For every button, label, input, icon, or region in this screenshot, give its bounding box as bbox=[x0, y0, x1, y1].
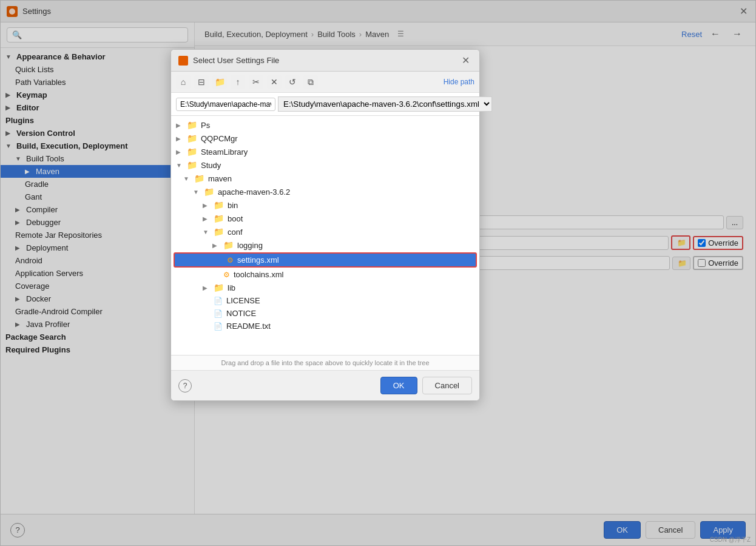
file-tree-item-license[interactable]: 📄 LICENSE bbox=[171, 294, 479, 307]
file-tree-item-conf[interactable]: ▼ 📁 conf bbox=[171, 225, 479, 238]
dialog-title-bar: Select User Settings File ✕ bbox=[171, 50, 479, 72]
folder-icon: 📁 bbox=[214, 214, 224, 223]
file-tree-item-label: SteamLibrary bbox=[201, 147, 248, 157]
file-tree-item-notice[interactable]: 📄 NOTICE bbox=[171, 307, 479, 320]
delete-button[interactable]: ✕ bbox=[267, 75, 282, 89]
tree-arrow: ▶ bbox=[203, 215, 210, 222]
file-icon: 📄 bbox=[214, 309, 223, 318]
file-tree-item-lib[interactable]: ▶ 📁 lib bbox=[171, 281, 479, 294]
folder-icon: 📁 bbox=[223, 240, 234, 250]
path-dropdown[interactable]: E:\Study\maven\apache-maven-3.6.2\conf\s… bbox=[278, 96, 492, 112]
xml-file-icon: ⚙ bbox=[227, 256, 234, 265]
file-tree-item-label: logging bbox=[237, 241, 263, 250]
tree-arrow: ▶ bbox=[176, 135, 183, 142]
parent-folder-button[interactable]: ↑ bbox=[231, 75, 245, 89]
folder-icon: 📁 bbox=[187, 120, 197, 130]
file-tree-item-label: NOTICE bbox=[226, 309, 256, 318]
folder-icon: 📁 bbox=[204, 187, 214, 197]
file-icon: 📄 bbox=[214, 322, 223, 331]
folder-icon: 📁 bbox=[194, 174, 204, 183]
file-tree-item-maven[interactable]: ▼ 📁 maven bbox=[171, 172, 479, 185]
tree-arrow: ▼ bbox=[183, 175, 191, 182]
refresh-button[interactable]: ↺ bbox=[285, 75, 300, 89]
file-tree-item-label: bin bbox=[228, 201, 238, 210]
xml-file-icon: ⚙ bbox=[223, 271, 230, 279]
home-button[interactable]: ⌂ bbox=[176, 75, 191, 89]
path-bar: E:\Study\maven\apache-maven-3.6.2\conf\s… bbox=[171, 93, 479, 116]
file-tree-item-logging[interactable]: ▶ 📁 logging bbox=[171, 238, 479, 252]
select-file-dialog: Select User Settings File ✕ ⌂ ⊟ 📁 ↑ ✂ ✕ … bbox=[170, 49, 480, 401]
dialog-toolbar: ⌂ ⊟ 📁 ↑ ✂ ✕ ↺ ⧉ Hide path bbox=[171, 72, 479, 93]
file-tree-item-label: maven bbox=[208, 174, 232, 183]
folder-icon: 📁 bbox=[214, 283, 224, 292]
file-tree: ▶ 📁 Ps ▶ 📁 QQPCMgr ▶ 📁 SteamLibrary ▼ 📁 bbox=[171, 116, 479, 355]
folder-icon: 📁 bbox=[187, 133, 197, 143]
desktop-button[interactable]: ⊟ bbox=[194, 75, 209, 89]
path-input[interactable] bbox=[176, 98, 275, 111]
file-icon: 📄 bbox=[214, 297, 223, 305]
dialog-bottom: ? OK Cancel bbox=[171, 370, 479, 400]
tree-arrow: ▼ bbox=[193, 189, 200, 195]
file-tree-item-label: toolchains.xml bbox=[234, 270, 283, 279]
file-tree-item-apache-maven[interactable]: ▼ 📁 apache-maven-3.6.2 bbox=[171, 185, 479, 198]
file-tree-item-settings-xml[interactable]: ⚙ settings.xml bbox=[174, 252, 477, 268]
file-tree-item-label: boot bbox=[228, 214, 243, 223]
tree-arrow: ▶ bbox=[176, 149, 183, 155]
tree-arrow: ▶ bbox=[203, 202, 210, 209]
settings-window: Settings ✕ ▼ Appearance & Behavior Quick… bbox=[0, 0, 756, 546]
file-tree-item-label: README.txt bbox=[226, 322, 271, 331]
dialog-icon bbox=[178, 56, 188, 66]
cut-button[interactable]: ✂ bbox=[249, 75, 263, 89]
file-tree-item-label: apache-maven-3.6.2 bbox=[218, 187, 290, 197]
tree-arrow: ▶ bbox=[212, 242, 220, 249]
folder-icon: 📁 bbox=[214, 200, 224, 210]
tree-arrow: ▼ bbox=[176, 162, 183, 169]
file-tree-item-boot[interactable]: ▶ 📁 boot bbox=[171, 212, 479, 225]
folder-icon: 📁 bbox=[214, 227, 224, 237]
file-tree-item-study[interactable]: ▼ 📁 Study bbox=[171, 158, 479, 172]
file-tree-item-label: QQPCMgr bbox=[201, 134, 238, 143]
tree-arrow: ▼ bbox=[203, 229, 210, 235]
dialog-close-button[interactable]: ✕ bbox=[459, 55, 472, 66]
file-tree-item-label: Study bbox=[201, 161, 221, 170]
dialog-overlay: Select User Settings File ✕ ⌂ ⊟ 📁 ↑ ✂ ✕ … bbox=[1, 1, 755, 545]
new-folder-button[interactable]: 📁 bbox=[212, 75, 227, 89]
dialog-title: Select User Settings File bbox=[193, 56, 459, 65]
file-tree-item-label: LICENSE bbox=[226, 296, 260, 305]
hide-path-button[interactable]: Hide path bbox=[444, 78, 474, 86]
copy-button[interactable]: ⧉ bbox=[303, 75, 318, 89]
dialog-cancel-button[interactable]: Cancel bbox=[422, 377, 472, 394]
folder-icon: 📁 bbox=[187, 147, 197, 157]
file-tree-item-label: Ps bbox=[201, 121, 210, 130]
drag-drop-hint: Drag and drop a file into the space abov… bbox=[171, 355, 479, 370]
file-tree-item-label: settings.xml bbox=[237, 255, 279, 265]
tree-arrow: ▶ bbox=[176, 122, 183, 129]
file-tree-item-bin[interactable]: ▶ 📁 bin bbox=[171, 198, 479, 212]
dialog-help-button[interactable]: ? bbox=[178, 379, 192, 393]
folder-icon: 📁 bbox=[187, 160, 197, 170]
file-tree-item-qqpcmgr[interactable]: ▶ 📁 QQPCMgr bbox=[171, 132, 479, 145]
file-tree-item-steamlibrary[interactable]: ▶ 📁 SteamLibrary bbox=[171, 145, 479, 158]
tree-arrow: ▶ bbox=[203, 285, 210, 291]
file-tree-item-toolchains[interactable]: ⚙ toolchains.xml bbox=[171, 268, 479, 281]
file-tree-item-readme[interactable]: 📄 README.txt bbox=[171, 320, 479, 332]
file-tree-item-label: lib bbox=[228, 283, 235, 292]
file-tree-item-ps[interactable]: ▶ 📁 Ps bbox=[171, 118, 479, 132]
dialog-ok-button[interactable]: OK bbox=[380, 377, 417, 394]
file-tree-item-label: conf bbox=[228, 228, 243, 237]
